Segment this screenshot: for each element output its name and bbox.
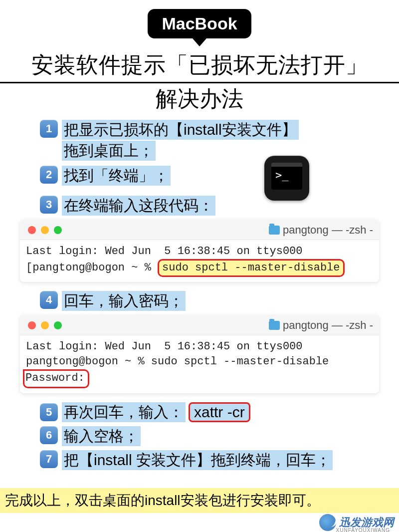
step-number-7: 7 xyxy=(40,450,58,468)
terminal-window-2: pangtong — -zsh - Last login: Wed Jun 5 … xyxy=(20,315,379,393)
step-number-3: 3 xyxy=(40,196,58,214)
step-number-4: 4 xyxy=(40,291,58,309)
headline-solution: 解决办法 xyxy=(0,84,399,114)
minimize-icon[interactable] xyxy=(41,321,49,329)
terminal-prompt: [pangtong@bogon ~ % xyxy=(26,262,158,274)
close-icon[interactable] xyxy=(28,321,36,329)
terminal-command-highlight: sudo spctl --master-disable xyxy=(158,259,344,277)
divider xyxy=(0,82,399,83)
terminal-title: pangtong — -zsh - xyxy=(283,319,373,332)
watermark-logo-icon xyxy=(319,514,336,531)
terminal-password-highlight: Password: xyxy=(23,369,89,388)
step-number-5: 5 xyxy=(40,403,58,421)
minimize-icon[interactable] xyxy=(41,226,49,234)
terminal-title: pangtong — -zsh - xyxy=(283,224,373,237)
step-5-text: 再次回车，输入： xyxy=(62,402,186,422)
step-4-text: 回车，输入密码； xyxy=(62,291,186,311)
terminal-body[interactable]: Last login: Wed Jun 5 16:38:45 on ttys00… xyxy=(20,335,379,393)
folder-icon xyxy=(269,321,280,330)
step-number-6: 6 xyxy=(40,426,58,444)
step-2: 2 找到「终端」； xyxy=(40,166,369,186)
step-5: 5 再次回车，输入： xattr -cr xyxy=(40,402,369,422)
maximize-icon[interactable] xyxy=(54,226,62,234)
step-number-2: 2 xyxy=(40,166,58,184)
terminal-body[interactable]: Last login: Wed Jun 5 16:38:45 on ttys00… xyxy=(20,240,379,282)
terminal-last-login: Last login: Wed Jun 5 16:38:45 on ttys00… xyxy=(26,245,303,258)
step-3: 3 在终端输入这段代码： xyxy=(40,196,369,216)
step-6: 6 输入空格； xyxy=(40,426,369,446)
step-1-text-b: 拖到桌面上； xyxy=(62,141,156,161)
terminal-titlebar: pangtong — -zsh - xyxy=(20,315,379,335)
step-1-text-a: 把显示已损坏的【install安装文件】 xyxy=(62,120,299,140)
close-icon[interactable] xyxy=(28,226,36,234)
step-7-text: 把【install 安装文件】拖到终端，回车； xyxy=(62,450,333,470)
folder-icon xyxy=(269,226,280,235)
terminal-last-login: Last login: Wed Jun 5 16:38:45 on ttys00… xyxy=(26,340,303,353)
step-1b: 拖到桌面上； xyxy=(40,141,369,161)
terminal-window-1: pangtong — -zsh - Last login: Wed Jun 5 … xyxy=(20,220,379,282)
xattr-command-highlight: xattr -cr xyxy=(189,402,250,422)
terminal-titlebar: pangtong — -zsh - xyxy=(20,220,379,240)
watermark-sub: XUNFAYOUXIWANG xyxy=(336,528,390,532)
step-3-text: 在终端输入这段代码： xyxy=(62,196,215,216)
maximize-icon[interactable] xyxy=(54,321,62,329)
footer-note: 完成以上，双击桌面的install安装包进行安装即可。 xyxy=(0,488,399,513)
step-2-text: 找到「终端」； xyxy=(62,166,171,186)
terminal-prev-command: pangtong@bogon ~ % sudo spctl --master-d… xyxy=(26,355,329,368)
step-number-1: 1 xyxy=(40,120,58,138)
terminal-app-icon xyxy=(264,156,309,201)
step-4: 4 回车，输入密码； xyxy=(40,291,369,311)
step-7: 7 把【install 安装文件】拖到终端，回车； xyxy=(40,450,369,470)
headline-problem: 安装软件提示「已损坏无法打开」 xyxy=(0,50,399,80)
step-6-text: 输入空格； xyxy=(62,426,141,446)
macbook-badge: MacBook xyxy=(148,9,251,38)
step-1: 1 把显示已损坏的【install安装文件】 xyxy=(40,120,369,140)
